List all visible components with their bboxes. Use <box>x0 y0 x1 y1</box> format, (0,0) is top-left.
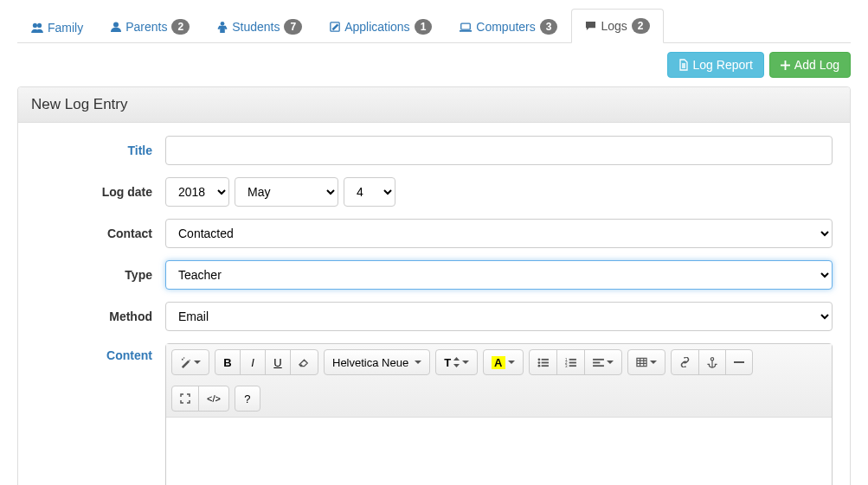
tab-label: Computers <box>476 20 535 34</box>
svg-rect-25 <box>593 365 604 367</box>
user-icon <box>111 22 121 32</box>
tab-computers[interactable]: Computers 3 <box>446 10 571 43</box>
plus-icon <box>781 61 790 70</box>
help-button[interactable]: ? <box>235 386 260 412</box>
button-label: Add Log <box>794 58 839 72</box>
svg-rect-28 <box>734 361 744 363</box>
svg-rect-12 <box>541 358 548 360</box>
tab-parents[interactable]: Parents 2 <box>97 10 203 43</box>
svg-text:3: 3 <box>565 364 568 367</box>
year-select[interactable]: 2018 <box>165 177 229 207</box>
title-input[interactable] <box>165 136 833 165</box>
tab-label: Applications <box>344 20 410 34</box>
list-ol-icon: 123 <box>565 358 576 367</box>
fullscreen-button[interactable] <box>171 386 199 412</box>
eraser-icon <box>299 357 310 367</box>
chevron-down-icon <box>607 361 614 364</box>
font-name: Helvetica Neue <box>332 356 412 369</box>
codeview-button[interactable]: </> <box>198 386 229 412</box>
align-icon <box>593 358 604 367</box>
contact-select[interactable]: Contacted <box>165 219 833 248</box>
chevron-down-icon <box>194 361 201 364</box>
svg-point-27 <box>710 357 713 360</box>
tab-family[interactable]: Family <box>17 11 97 43</box>
svg-point-11 <box>537 358 540 361</box>
svg-point-3 <box>221 22 225 26</box>
comment-icon <box>585 21 596 31</box>
content-editor[interactable] <box>166 418 832 485</box>
label-type: Type <box>35 268 165 282</box>
code-icon: </> <box>207 393 221 404</box>
svg-rect-24 <box>593 361 600 363</box>
svg-rect-20 <box>569 361 575 363</box>
table-icon <box>636 357 647 367</box>
italic-button[interactable]: I <box>240 349 266 375</box>
anchor-icon <box>707 357 717 368</box>
edit-icon <box>330 22 340 32</box>
method-select[interactable]: Email <box>165 302 833 331</box>
svg-rect-16 <box>541 365 548 367</box>
chevron-down-icon <box>415 361 421 364</box>
table-dropdown[interactable] <box>627 349 665 375</box>
tab-students[interactable]: Students 7 <box>203 10 316 43</box>
group-icon <box>31 22 43 33</box>
label-contact: Contact <box>35 227 165 240</box>
rich-text-editor: B I U Helvetica Neue <box>165 343 833 485</box>
svg-point-0 <box>33 23 37 28</box>
bold-button[interactable]: B <box>215 349 241 375</box>
link-icon <box>679 357 691 367</box>
svg-rect-18 <box>569 358 575 360</box>
minus-icon <box>734 361 744 364</box>
updown-icon <box>453 357 460 367</box>
svg-point-8 <box>182 358 183 360</box>
tab-logs[interactable]: Logs 2 <box>571 9 663 43</box>
svg-rect-14 <box>541 361 548 363</box>
paragraph-t: T <box>444 356 451 369</box>
button-label: Log Report <box>693 58 753 72</box>
badge-count: 3 <box>540 19 558 35</box>
font-dropdown[interactable]: Helvetica Neue <box>324 349 430 375</box>
day-select[interactable]: 4 <box>344 177 395 207</box>
align-dropdown[interactable] <box>584 349 622 375</box>
label-log-date: Log date <box>35 185 165 199</box>
chevron-down-icon <box>508 361 515 364</box>
badge-count: 2 <box>171 19 190 35</box>
type-select[interactable]: Teacher <box>165 260 833 290</box>
list-ul-icon <box>537 358 549 367</box>
add-log-button[interactable]: Add Log <box>769 52 851 78</box>
badge-count: 2 <box>632 18 650 34</box>
rte-toolbar: B I U Helvetica Neue <box>166 344 832 418</box>
svg-point-10 <box>183 357 184 358</box>
tab-label: Family <box>48 21 83 35</box>
svg-point-2 <box>113 22 119 27</box>
nav-tabs: Family Parents 2 Students 7 Applications… <box>17 9 851 43</box>
svg-rect-5 <box>461 23 471 29</box>
log-report-button[interactable]: Log Report <box>667 52 764 78</box>
anchor-button[interactable] <box>698 349 726 375</box>
style-dropdown[interactable] <box>171 349 209 375</box>
tab-applications[interactable]: Applications 1 <box>316 10 446 43</box>
ul-button[interactable] <box>529 349 557 375</box>
svg-rect-23 <box>593 358 604 360</box>
tab-label: Students <box>232 20 280 34</box>
hr-button[interactable] <box>725 349 753 375</box>
chevron-down-icon <box>462 361 469 364</box>
erase-button[interactable] <box>290 349 318 375</box>
badge-count: 7 <box>284 19 302 35</box>
svg-rect-7 <box>781 64 790 66</box>
tab-label: Logs <box>601 19 627 33</box>
panel-new-log: New Log Entry Title Log date 2018 May <box>17 86 851 485</box>
color-dropdown[interactable]: A <box>483 349 523 375</box>
magic-icon <box>180 357 191 368</box>
month-select[interactable]: May <box>235 177 338 207</box>
chevron-down-icon <box>650 361 657 364</box>
question-icon: ? <box>244 392 250 405</box>
underline-button[interactable]: U <box>265 349 291 375</box>
text-color-a: A <box>492 356 505 369</box>
svg-rect-26 <box>636 358 646 366</box>
paragraph-dropdown[interactable]: T <box>435 349 478 375</box>
svg-rect-22 <box>569 365 575 367</box>
link-button[interactable] <box>671 349 699 375</box>
file-icon <box>678 59 689 71</box>
ol-button[interactable]: 123 <box>556 349 585 375</box>
